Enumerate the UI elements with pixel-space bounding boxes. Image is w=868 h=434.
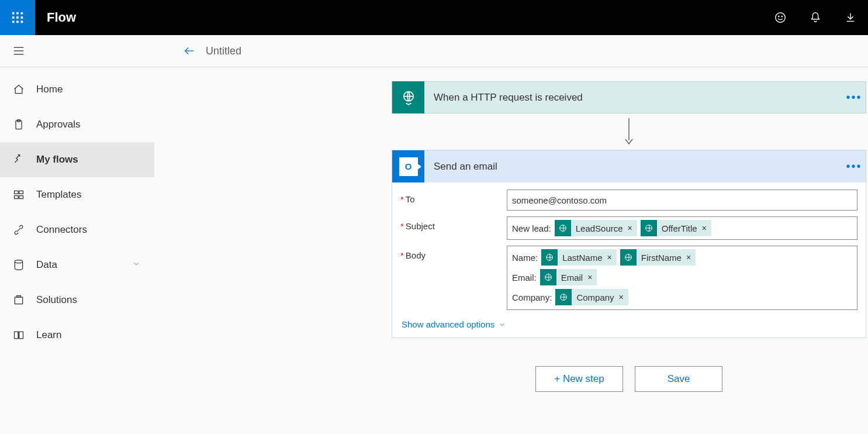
globe-icon: [541, 249, 558, 266]
token-label: Company: [572, 292, 617, 302]
globe-icon: [540, 269, 556, 285]
solutions-icon: [12, 293, 26, 307]
svg-rect-1: [16, 12, 19, 15]
chevron-down-icon: [132, 259, 140, 271]
svg-rect-20: [19, 196, 23, 199]
sidebar-item-solutions[interactable]: Solutions: [0, 283, 154, 318]
save-button[interactable]: Save: [635, 366, 722, 392]
globe-icon: [620, 249, 637, 266]
new-step-button[interactable]: + New step: [535, 366, 623, 392]
outlook-icon: O: [392, 150, 424, 182]
waffle-icon: [11, 11, 24, 24]
connectors-icon: [12, 223, 26, 237]
token-offertitle[interactable]: OfferTitle ×: [641, 220, 711, 236]
bell-icon: [809, 11, 822, 24]
body-input[interactable]: Name: LastName× FirstName× Email: Email×…: [507, 246, 857, 310]
back-button[interactable]: [178, 39, 201, 63]
svg-rect-2: [21, 12, 23, 15]
svg-rect-18: [19, 191, 23, 194]
database-icon: [12, 258, 26, 272]
templates-icon: [12, 188, 26, 202]
show-advanced-options-button[interactable]: Show advanced options: [400, 316, 507, 332]
sidebar-item-data[interactable]: Data: [0, 247, 154, 283]
flow-icon: [12, 153, 26, 167]
sidebar: Home Approvals My flows Templates Connec…: [0, 67, 154, 434]
action-label: Send an email: [424, 161, 842, 173]
token-label: LastName: [558, 253, 606, 263]
feedback-button[interactable]: [763, 0, 798, 35]
sidebar-item-label: My flows: [36, 154, 78, 166]
to-value: someone@contoso.com: [512, 195, 607, 205]
token-leadsource[interactable]: LeadSource ×: [555, 220, 637, 236]
home-icon: [12, 82, 26, 97]
svg-point-9: [776, 13, 786, 23]
to-input[interactable]: someone@contoso.com: [507, 190, 857, 211]
token-email[interactable]: Email×: [540, 269, 597, 285]
svg-rect-17: [15, 191, 19, 194]
svg-rect-22: [15, 297, 22, 304]
globe-icon: [641, 220, 657, 236]
subject-input[interactable]: New lead: LeadSource × OfferTitle ×: [507, 216, 857, 240]
sidebar-item-label: Templates: [36, 189, 81, 201]
sidebar-item-label: Home: [36, 84, 63, 95]
chevron-down-icon: [498, 321, 506, 329]
token-company[interactable]: Company×: [555, 289, 628, 305]
svg-point-21: [15, 260, 22, 263]
token-lastname[interactable]: LastName×: [541, 249, 617, 266]
sidebar-item-label: Learn: [36, 329, 61, 341]
action-header[interactable]: O Send an email •••: [392, 150, 866, 182]
http-request-icon: [392, 81, 424, 113]
token-remove-button[interactable]: ×: [606, 253, 617, 262]
token-remove-button[interactable]: ×: [627, 223, 637, 233]
svg-rect-19: [15, 196, 19, 199]
to-label: *To: [400, 190, 507, 211]
sidebar-item-label: Approvals: [36, 119, 81, 130]
body-label: *Body: [400, 246, 507, 310]
sidebar-toggle-button[interactable]: [7, 39, 30, 63]
token-firstname[interactable]: FirstName×: [620, 249, 696, 266]
body-line-prefix: Email:: [512, 273, 537, 283]
svg-point-11: [781, 16, 782, 17]
sidebar-item-label: Data: [36, 259, 57, 271]
sidebar-item-learn[interactable]: Learn: [0, 318, 154, 353]
notifications-button[interactable]: [798, 0, 833, 35]
sidebar-item-label: Solutions: [36, 294, 77, 306]
sidebar-item-connectors[interactable]: Connectors: [0, 212, 154, 247]
trigger-menu-button[interactable]: •••: [842, 91, 866, 104]
svg-rect-3: [12, 16, 15, 19]
token-remove-button[interactable]: ×: [685, 253, 696, 262]
hamburger-icon: [13, 46, 25, 56]
sidebar-item-my-flows[interactable]: My flows: [0, 142, 154, 177]
brand-label: Flow: [47, 10, 76, 25]
clipboard-icon: [12, 118, 26, 132]
token-label: OfferTitle: [657, 223, 701, 233]
svg-point-10: [779, 16, 779, 17]
svg-rect-0: [12, 12, 15, 15]
action-card: O Send an email ••• *To someone@contoso.…: [392, 150, 866, 338]
book-icon: [12, 328, 26, 342]
sub-bar: Untitled: [0, 35, 868, 67]
flow-arrow-icon: [392, 113, 866, 150]
sidebar-item-templates[interactable]: Templates: [0, 177, 154, 212]
download-button[interactable]: [833, 0, 868, 35]
action-menu-button[interactable]: •••: [842, 160, 866, 173]
svg-rect-6: [12, 21, 15, 23]
svg-rect-7: [16, 21, 19, 23]
svg-rect-5: [21, 16, 23, 19]
app-launcher-button[interactable]: [0, 0, 35, 35]
body-line-prefix: Name:: [512, 253, 538, 263]
token-remove-button[interactable]: ×: [586, 273, 597, 282]
sidebar-item-home[interactable]: Home: [0, 72, 154, 107]
trigger-card[interactable]: When a HTTP request is received •••: [392, 81, 866, 113]
token-remove-button[interactable]: ×: [618, 292, 628, 302]
sidebar-item-label: Connectors: [36, 224, 87, 236]
flow-title[interactable]: Untitled: [206, 45, 241, 57]
token-remove-button[interactable]: ×: [701, 223, 711, 233]
flow-canvas: When a HTTP request is received ••• O Se…: [154, 67, 868, 434]
subject-prefix: New lead:: [512, 223, 551, 233]
smiley-icon: [774, 11, 787, 24]
download-icon: [844, 11, 857, 24]
sidebar-item-approvals[interactable]: Approvals: [0, 107, 154, 142]
token-label: LeadSource: [571, 223, 627, 233]
svg-rect-23: [17, 296, 21, 298]
